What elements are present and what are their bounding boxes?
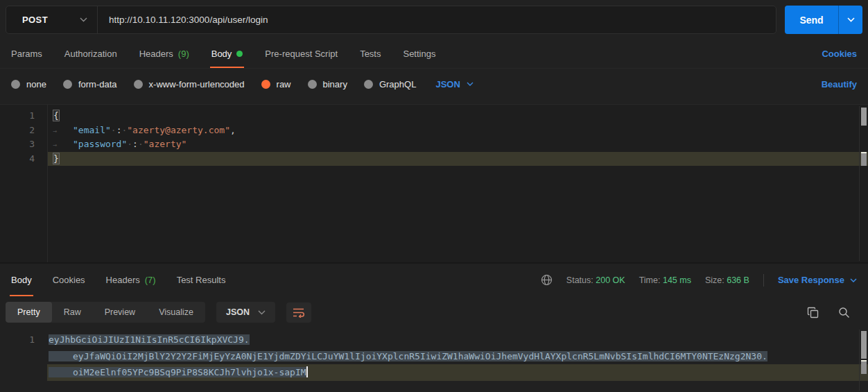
tab-headers[interactable]: Headers (9) xyxy=(139,40,189,68)
response-tab-body[interactable]: Body xyxy=(11,264,32,296)
url-input[interactable]: http://10.10.11.120:3000/api/user/login xyxy=(98,15,776,25)
radio-raw[interactable]: raw xyxy=(261,79,291,90)
gutter-divider xyxy=(47,105,48,262)
response-toolbar: Pretty Raw Preview Visualize JSON xyxy=(0,296,868,328)
wrap-lines-button[interactable] xyxy=(286,302,311,323)
json-colon: : xyxy=(132,139,138,149)
tab-authorization[interactable]: Authorization xyxy=(64,40,117,68)
radio-label: raw xyxy=(277,79,291,90)
code-line: 3 "password":"azerty" xyxy=(0,137,868,152)
request-tabs: Params Authorization Headers (9) Body Pr… xyxy=(0,40,868,69)
chevron-down-icon xyxy=(847,17,855,22)
language-label: JSON xyxy=(435,79,460,90)
view-tab-preview[interactable]: Preview xyxy=(93,302,147,323)
scrollbar-thumb[interactable] xyxy=(861,108,867,126)
json-key: "email" xyxy=(73,125,111,135)
tab-pre-request-script[interactable]: Pre-request Script xyxy=(265,40,338,68)
request-url-bar: POST http://10.10.11.120:3000/api/user/l… xyxy=(0,0,868,40)
editor-scrollbar[interactable] xyxy=(859,106,866,261)
size-field: Size: 636 B xyxy=(705,275,749,285)
tab-settings[interactable]: Settings xyxy=(403,40,435,68)
body-type-row: none form-data x-www-form-urlencoded raw… xyxy=(0,69,868,99)
response-scrollbar[interactable] xyxy=(859,330,866,391)
radio-graphql[interactable]: GraphQL xyxy=(364,79,416,90)
tab-label: Settings xyxy=(403,49,435,59)
whitespace-dot xyxy=(111,125,116,135)
tab-tests[interactable]: Tests xyxy=(360,40,381,68)
divider xyxy=(763,274,764,287)
tab-label: Test Results xyxy=(177,275,226,285)
radio-selected-icon xyxy=(261,80,270,89)
copy-icon[interactable] xyxy=(807,307,819,318)
radio-icon xyxy=(11,80,20,89)
chevron-down-icon xyxy=(850,278,857,282)
radio-label: none xyxy=(26,79,46,90)
radio-icon xyxy=(308,80,317,89)
size-label: Size: xyxy=(705,275,724,285)
tab-indent-icon xyxy=(53,123,73,139)
save-response-button[interactable]: Save Response xyxy=(778,275,857,285)
scrollbar-cursor-marker xyxy=(861,152,867,166)
view-tab-pretty[interactable]: Pretty xyxy=(6,302,52,323)
tab-params[interactable]: Params xyxy=(11,40,42,68)
request-body-editor[interactable]: 1 { 2 "email":"azerty@azerty.com", 3 "pa… xyxy=(0,104,868,262)
radio-label: binary xyxy=(323,79,347,90)
response-tab-test-results[interactable]: Test Results xyxy=(177,264,226,296)
response-tab-cookies[interactable]: Cookies xyxy=(53,264,85,296)
cookies-link[interactable]: Cookies xyxy=(822,49,857,59)
line-number: 4 xyxy=(0,152,35,167)
radio-icon xyxy=(63,80,72,89)
headers-count: (9) xyxy=(178,49,189,59)
body-modified-dot-icon xyxy=(236,51,243,57)
close-brace: } xyxy=(53,153,60,164)
scrollbar-cursor-marker xyxy=(861,360,867,374)
tab-body[interactable]: Body xyxy=(211,40,243,68)
radio-x-www-form-urlencoded[interactable]: x-www-form-urlencoded xyxy=(134,79,245,90)
view-tab-raw[interactable]: Raw xyxy=(52,302,93,323)
chevron-down-icon xyxy=(258,310,266,315)
radio-label: GraphQL xyxy=(379,79,416,90)
response-line-current: oiM2eElnf05YPc9BSq9PiP8S8KCJh7lvhjo1x-sa… xyxy=(0,364,868,381)
body-language-dropdown[interactable]: JSON xyxy=(435,79,473,90)
send-button[interactable]: Send xyxy=(785,6,838,34)
code-line: 2 "email":"azerty@azerty.com", xyxy=(0,123,868,138)
headers-count: (7) xyxy=(145,275,156,285)
globe-icon xyxy=(541,274,553,286)
status-field: Status: 200 OK xyxy=(566,275,625,285)
jwt-payload-segment: eyJfaWQiOiI2MjBlY2Y2Y2FiMjEyYzA0NjE1Yjdm… xyxy=(49,351,767,361)
radio-binary[interactable]: binary xyxy=(308,79,347,90)
response-tab-headers[interactable]: Headers (7) xyxy=(106,264,156,296)
scrollbar-thumb[interactable] xyxy=(861,331,867,359)
json-value: "azerty" xyxy=(144,139,187,149)
radio-label: form-data xyxy=(78,79,117,90)
search-icon[interactable] xyxy=(838,307,850,318)
method-dropdown[interactable]: POST xyxy=(6,6,98,33)
response-language-dropdown[interactable]: JSON xyxy=(216,302,275,323)
status-label: Status: xyxy=(566,275,593,285)
text-cursor xyxy=(306,366,308,377)
language-label: JSON xyxy=(226,307,250,317)
view-tab-visualize[interactable]: Visualize xyxy=(147,302,205,323)
code-line: 1 { xyxy=(0,109,868,123)
code-line-current: 4 } xyxy=(0,152,868,167)
wrap-text-icon xyxy=(293,307,305,318)
save-response-label: Save Response xyxy=(778,275,844,285)
beautify-link[interactable]: Beautify xyxy=(822,79,857,90)
tab-label: Cookies xyxy=(53,275,85,285)
tab-label: Tests xyxy=(360,49,381,59)
jwt-header-segment: eyJhbGciOiJIUzI1NiIsInR5cCI6IkpXVCJ9. xyxy=(49,334,250,345)
radio-icon xyxy=(134,80,143,89)
toolbar-right-icons xyxy=(807,307,862,318)
response-body[interactable]: 1eyJhbGciOiJIUzI1NiIsInR5cCI6IkpXVCJ9. e… xyxy=(0,328,868,392)
line-number: 1 xyxy=(0,332,35,348)
send-options-button[interactable] xyxy=(838,6,862,34)
radio-none[interactable]: none xyxy=(11,79,46,90)
time-label: Time: xyxy=(639,275,661,285)
whitespace-dot xyxy=(138,139,144,149)
line-number: 1 xyxy=(0,109,35,123)
open-brace: { xyxy=(53,110,60,121)
radio-form-data[interactable]: form-data xyxy=(63,79,117,90)
tab-label: Headers xyxy=(106,275,140,285)
json-key: "password" xyxy=(73,139,127,149)
chevron-down-icon xyxy=(467,82,474,86)
